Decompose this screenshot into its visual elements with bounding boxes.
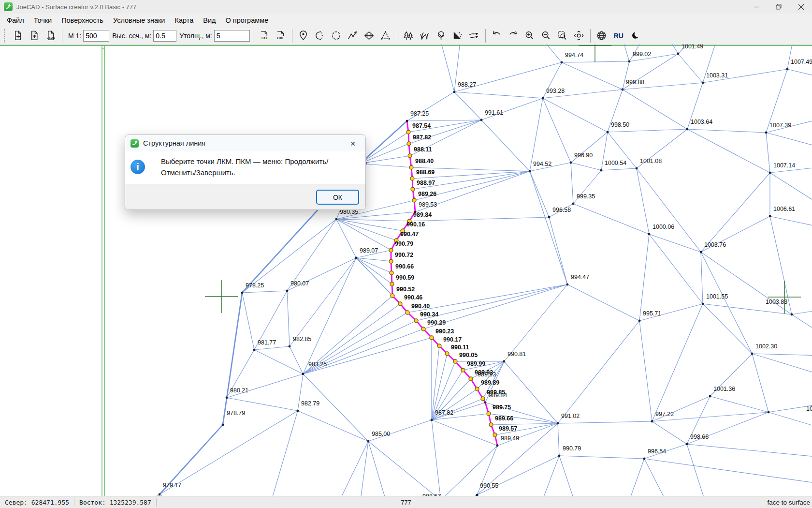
structure-point: [389, 259, 393, 263]
status-separator: [156, 498, 157, 507]
dxf-export-button[interactable]: DXF: [275, 29, 287, 43]
menu-about[interactable]: О программе: [221, 15, 274, 26]
section-height-input[interactable]: [153, 30, 176, 42]
structure-point: [409, 165, 413, 169]
redo-button[interactable]: [507, 29, 520, 43]
minimize-button[interactable]: [745, 0, 768, 14]
tin-vertex: [253, 349, 256, 351]
tin-vertex: [367, 440, 370, 443]
toolbar-grip-handle[interactable]: [4, 29, 6, 43]
elevation-label: 998.50: [611, 121, 629, 128]
tin-vertex: [335, 218, 338, 221]
elevation-label: 990.79: [563, 445, 581, 452]
pan-button[interactable]: [573, 29, 585, 43]
structure-point-label: 990.17: [443, 336, 462, 343]
point-pin-button[interactable]: [297, 29, 310, 43]
structure-point-label: 988.97: [417, 179, 435, 186]
svg-text:TXT: TXT: [261, 36, 268, 40]
tin-triangle-button[interactable]: [379, 29, 392, 43]
structure-point: [406, 130, 410, 134]
menu-file[interactable]: Файл: [2, 15, 29, 26]
elevation-label: 990.55: [480, 482, 498, 489]
tin-vertex: [484, 402, 487, 404]
slope-button[interactable]: [468, 29, 480, 43]
dialog-footer: ОК: [125, 184, 365, 210]
tin-vertex: [769, 172, 771, 174]
structure-point-label: 989.99: [467, 360, 485, 367]
structure-line-icon: [347, 30, 358, 41]
tin-vertex: [297, 410, 299, 412]
menu-symbols[interactable]: Условные знаки: [108, 15, 170, 26]
txt-export-button[interactable]: TXT: [258, 29, 271, 43]
elevation-label: 989.53: [419, 201, 437, 208]
menu-map[interactable]: Карта: [170, 15, 198, 26]
tin-vertex: [686, 443, 688, 446]
tin-vertex: [709, 395, 711, 398]
language-button[interactable]: RU: [614, 32, 624, 40]
zoom-extents-button[interactable]: [556, 29, 569, 43]
thicken-input[interactable]: [214, 30, 250, 42]
tin-vertex: [159, 493, 161, 496]
import-file-button[interactable]: [28, 29, 41, 43]
tin-vertex: [700, 251, 702, 254]
tree-button[interactable]: [435, 29, 448, 43]
elevation-label: 990.81: [508, 351, 526, 358]
elevation-label: 999.02: [633, 51, 651, 58]
zoom-out-button[interactable]: [540, 29, 552, 43]
elevation-label: 987.82: [435, 409, 453, 416]
structure-point: [493, 433, 497, 437]
structure-point: [475, 387, 479, 391]
surface-mesh-button[interactable]: [363, 29, 376, 43]
elevation-label: 978.79: [227, 410, 245, 417]
dark-mode-button[interactable]: [629, 29, 642, 43]
menu-bar: Файл Точки Поверхность Условные знаки Ка…: [0, 14, 812, 27]
elevation-label: 999.88: [626, 79, 644, 86]
structure-line-dialog: Структурная линия ✕ i Выберите точки ЛКМ…: [125, 134, 366, 210]
tin-vertex: [453, 91, 456, 93]
forest-button[interactable]: [402, 29, 415, 43]
structure-point-label: 988.11: [414, 146, 432, 153]
dialog-close-icon[interactable]: ✕: [345, 137, 361, 149]
elevation-label: 997.22: [655, 411, 674, 418]
contour-line-button[interactable]: [314, 29, 326, 43]
redo-icon: [508, 30, 519, 41]
structure-line-button[interactable]: [347, 29, 359, 43]
forest-icon: [403, 30, 414, 41]
zoom-out-icon: [540, 30, 551, 41]
elevation-label: 982.79: [301, 400, 319, 407]
tin-vertex: [496, 445, 499, 447]
grass-button[interactable]: [419, 29, 431, 43]
rocks-button[interactable]: [451, 29, 464, 43]
elevation-label: 996.90: [574, 152, 593, 159]
structure-point: [412, 198, 416, 202]
toolbar-separator: [485, 29, 486, 43]
close-button[interactable]: [790, 0, 812, 14]
elevation-label: 1006.61: [773, 206, 795, 212]
menu-points[interactable]: Точки: [29, 15, 57, 26]
elevation-label: 1003.83: [766, 299, 787, 305]
scale-input[interactable]: [83, 30, 109, 42]
restore-button[interactable]: [768, 0, 790, 14]
globe-button[interactable]: [595, 29, 608, 43]
info-icon: i: [130, 160, 145, 174]
map-canvas[interactable]: 994.74999.021001.491007.491003.31999.889…: [0, 45, 812, 496]
structure-point-label: 989.85: [487, 389, 505, 396]
tree-icon: [435, 30, 447, 41]
selection-lasso-button[interactable]: [330, 29, 343, 43]
zoom-in-button[interactable]: [523, 29, 536, 43]
elevation-label: 994.47: [571, 274, 589, 281]
slope-icon: [468, 30, 479, 41]
elevation-label: 980.21: [230, 387, 248, 394]
new-file-button[interactable]: [12, 29, 24, 43]
structure-point-label: 990.11: [451, 344, 469, 351]
structure-point: [410, 177, 414, 180]
menu-view[interactable]: Вид: [198, 15, 220, 26]
json-file-button[interactable]: JSON: [44, 29, 57, 43]
undo-button[interactable]: [491, 29, 503, 43]
menu-surface[interactable]: Поверхность: [57, 15, 108, 26]
map-svg[interactable]: 994.74999.021001.491007.491003.31999.889…: [0, 45, 812, 496]
status-north: Север: 628471.955: [0, 499, 74, 506]
ok-button[interactable]: ОК: [316, 190, 359, 205]
structure-point-label: 987.82: [413, 134, 431, 141]
tin-vertex: [558, 455, 561, 457]
